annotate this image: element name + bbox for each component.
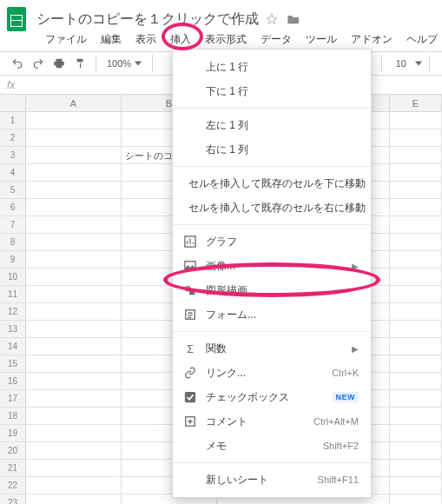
row-header[interactable]: 14 [0,338,26,355]
document-title[interactable]: シートのコピーを１クリックで作成 [36,10,259,29]
cell[interactable] [390,460,442,477]
cell[interactable] [26,338,122,355]
row-header[interactable]: 9 [0,251,26,269]
print-button[interactable] [49,53,69,74]
menu-item-row-below[interactable]: 下に 1 行 [173,79,371,103]
cell[interactable] [26,373,122,390]
cell[interactable] [26,129,122,147]
cell[interactable] [26,182,122,199]
row-header[interactable]: 15 [0,355,26,373]
font-size-select[interactable]: 10 [387,58,415,69]
menu-item-cells-right[interactable]: セルを挿入して既存のセルを右に移動 [173,196,371,220]
menu-format[interactable]: 表示形式 [198,30,254,49]
row-header[interactable]: 22 [0,477,26,494]
menu-view[interactable]: 表示 [129,30,163,49]
menu-item-checkbox[interactable]: チェックボックス NEW [173,385,371,409]
cell[interactable] [26,477,122,494]
row-header[interactable]: 6 [0,199,26,216]
cell[interactable] [390,494,442,504]
menu-item-drawing[interactable]: 図形描画... [173,278,371,302]
col-header-a[interactable]: A [26,95,122,112]
col-header-e[interactable]: E [390,95,442,112]
menu-item-cells-down[interactable]: セルを挿入して既存のセルを下に移動 [173,171,371,196]
cell[interactable] [390,303,442,321]
menu-item-comment[interactable]: コメント Ctrl+Alt+M [173,409,371,434]
cell[interactable] [26,494,122,504]
folder-icon[interactable] [287,13,300,25]
cell[interactable] [26,460,122,477]
cell[interactable] [390,477,442,494]
menu-addons[interactable]: アドオン [344,30,399,49]
zoom-select[interactable]: 100% [102,58,147,69]
row-header[interactable]: 8 [0,234,26,251]
menu-item-col-left[interactable]: 左に 1 列 [173,113,371,137]
cell[interactable] [390,112,442,129]
cell[interactable] [26,251,122,269]
cell[interactable] [26,164,122,182]
cell[interactable] [390,234,442,251]
cell[interactable] [26,286,122,303]
cell[interactable] [390,147,442,164]
menu-item-col-right[interactable]: 右に 1 列 [173,137,371,162]
cell[interactable] [390,338,442,355]
cell[interactable] [390,321,442,338]
menu-tools[interactable]: ツール [299,30,344,49]
star-icon[interactable] [266,13,278,25]
row-header[interactable]: 1 [0,112,26,129]
menu-file[interactable]: ファイル [38,30,94,49]
cell[interactable] [26,303,122,321]
cell[interactable] [390,216,442,234]
cell[interactable] [26,425,122,442]
row-header[interactable]: 3 [0,147,26,164]
menu-item-note[interactable]: メモ Shift+F2 [173,434,371,458]
menu-help[interactable]: ヘルプ [399,30,442,49]
row-header[interactable]: 12 [0,303,26,321]
cell[interactable] [390,373,442,390]
cell[interactable] [26,199,122,216]
row-header[interactable]: 19 [0,425,26,442]
cell[interactable] [26,442,122,460]
row-header[interactable]: 17 [0,390,26,408]
row-header[interactable]: 23 [0,494,26,504]
menu-data[interactable]: データ [254,30,299,49]
cell[interactable] [390,442,442,460]
cell[interactable] [26,112,122,129]
cell[interactable] [390,251,442,269]
row-header[interactable]: 10 [0,269,26,286]
cell[interactable] [390,164,442,182]
row-header[interactable]: 21 [0,460,26,477]
menu-item-chart[interactable]: グラフ [173,229,371,254]
row-header[interactable]: 7 [0,216,26,234]
cell[interactable] [26,216,122,234]
menu-insert[interactable]: 挿入 [163,30,198,49]
cell[interactable] [26,147,122,164]
row-header[interactable]: 5 [0,182,26,199]
cell[interactable] [26,408,122,425]
paint-format-button[interactable] [69,53,90,74]
undo-button[interactable] [7,53,28,74]
menu-item-form[interactable]: フォーム... [173,302,371,327]
cell[interactable] [390,182,442,199]
cell[interactable] [390,425,442,442]
row-header[interactable]: 20 [0,442,26,460]
cell[interactable] [26,269,122,286]
cell[interactable] [390,390,442,408]
sheets-logo[interactable] [7,7,26,31]
row-header[interactable]: 18 [0,408,26,425]
cell[interactable] [390,269,442,286]
menu-item-new-sheet[interactable]: 新しいシート Shift+F11 [173,468,371,492]
row-header[interactable]: 13 [0,321,26,338]
row-header[interactable]: 16 [0,373,26,390]
menu-item-function[interactable]: Σ 関数 ▶ [173,336,371,361]
menu-item-link[interactable]: リンク... Ctrl+K [173,361,371,385]
cell[interactable] [26,355,122,373]
cell[interactable] [390,408,442,425]
redo-button[interactable] [28,53,49,74]
cell[interactable] [390,199,442,216]
row-header[interactable]: 4 [0,164,26,182]
row-header[interactable]: 11 [0,286,26,303]
select-all-corner[interactable] [0,95,26,112]
cell[interactable] [26,321,122,338]
cell[interactable] [390,355,442,373]
menu-item-image[interactable]: 画像... ▶ [173,254,371,278]
